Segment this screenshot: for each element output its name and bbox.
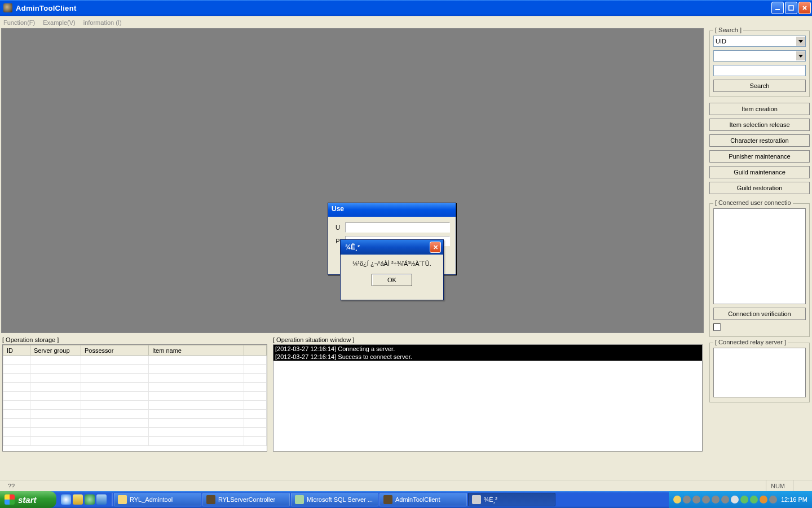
table-row[interactable] [3, 428, 267, 437]
alert-ok-button[interactable]: OK [372, 274, 412, 286]
actions-panel: Item creation Item selection release Cha… [709, 103, 810, 198]
menu-bar: Function(F) Example(V) information (I) [0, 16, 812, 28]
tray-icon[interactable] [731, 496, 739, 503]
alert-title: ¾Ë¸² [345, 243, 430, 251]
table-row[interactable] [3, 392, 267, 401]
relay-server-list[interactable] [713, 348, 806, 397]
taskbar-app-icon [472, 495, 481, 504]
menu-example[interactable]: Example(V) [43, 19, 75, 26]
col-possessor[interactable]: Possessor [81, 345, 149, 356]
quick-launch-icon[interactable] [96, 494, 107, 505]
operation-log[interactable]: [2012-03-27 12:16:14] Connecting a serve… [273, 344, 703, 452]
log-line: [2012-03-27 12:16:14] Connecting a serve… [273, 345, 702, 353]
tray-icon[interactable] [740, 496, 748, 503]
alert-dialog: ¾Ë¸² ✕ ¼­¹ö¿Í ¿¬°áÀÌ ²÷¾îÁ³½À´Ï´Ù. OK [340, 239, 444, 300]
taskbar-button[interactable]: AdminToolClient [379, 493, 467, 506]
title-bar: AdminToolClient [0, 0, 812, 16]
search-sub-select[interactable] [713, 50, 806, 62]
tray-icon[interactable] [760, 496, 767, 503]
guild-maintenance-button[interactable]: Guild maintenance [709, 166, 810, 178]
operation-storage-panel: [ Operation storage ] ID Server group Po… [2, 336, 267, 463]
maximize-button[interactable] [785, 2, 797, 14]
connected-relay-panel: [ Connected relay server ] [709, 343, 810, 402]
alert-close-button[interactable]: ✕ [430, 242, 441, 253]
status-num: NUM [766, 480, 789, 491]
windows-flag-icon [5, 494, 15, 505]
operation-situation-panel: [ Operation situation window ] [2012-03-… [273, 336, 703, 463]
start-button[interactable]: start [0, 491, 56, 508]
log-line: [2012-03-27 12:16:14] Success to connect… [273, 353, 702, 361]
taskbar-button[interactable]: RYLServerController [202, 493, 290, 506]
tray-icon[interactable] [683, 496, 691, 503]
table-row[interactable] [3, 374, 267, 383]
col-item-name[interactable]: Item name [149, 345, 244, 356]
item-creation-button[interactable]: Item creation [709, 103, 810, 115]
col-server-group[interactable]: Server group [30, 345, 81, 356]
app-icon [3, 3, 12, 12]
login-title: Use [328, 203, 456, 217]
taskbar-button[interactable]: ¾Ë¸² [468, 493, 555, 506]
tray-icon[interactable] [673, 496, 681, 503]
tray-icon[interactable] [692, 496, 700, 503]
punisher-maintenance-button[interactable]: Punisher maintenance [709, 150, 810, 163]
quick-launch [56, 491, 111, 508]
system-tray[interactable]: 12:16 PM [669, 491, 812, 508]
quick-launch-icon[interactable] [85, 494, 95, 505]
concerned-user-legend: [ Concerned user connectio [713, 199, 793, 206]
quick-launch-icon[interactable] [61, 494, 71, 505]
status-grip [793, 480, 809, 491]
search-text-input[interactable] [713, 65, 806, 76]
svg-rect-1 [789, 6, 793, 10]
concerned-user-panel: [ Concerned user connectio Connection ve… [709, 203, 810, 337]
tray-icon[interactable] [712, 496, 720, 503]
taskbar-button-label: ¾Ë¸² [484, 496, 497, 503]
operation-storage-table[interactable]: ID Server group Possessor Item name [3, 345, 267, 446]
table-row[interactable] [3, 410, 267, 419]
tray-clock: 12:16 PM [781, 496, 807, 503]
character-restoration-button[interactable]: Character restoration [709, 134, 810, 147]
col-id[interactable]: ID [3, 345, 30, 356]
concerned-user-list[interactable] [713, 208, 806, 304]
taskbar-app-icon [383, 495, 392, 504]
table-row[interactable] [3, 356, 267, 365]
mdi-workspace: Use U P [1, 28, 704, 333]
quick-launch-icon[interactable] [73, 494, 83, 505]
col-extra[interactable] [244, 345, 267, 356]
taskbar-button-label: Microsoft SQL Server ... [307, 496, 373, 503]
taskbar-button-label: AdminToolClient [395, 496, 440, 503]
window-title: AdminToolClient [16, 4, 771, 12]
table-row[interactable] [3, 365, 267, 374]
concerned-checkbox[interactable] [713, 323, 721, 331]
login-user-input[interactable] [345, 222, 450, 233]
search-button[interactable]: Search [713, 80, 806, 92]
search-legend: [ Search ] [713, 27, 743, 33]
tray-icon[interactable] [769, 496, 777, 503]
operation-situation-legend: [ Operation situation window ] [273, 336, 703, 344]
connection-verification-button[interactable]: Connection verification [713, 308, 806, 320]
taskbar-app-icon [295, 495, 304, 504]
close-button[interactable] [798, 2, 811, 14]
tray-icon[interactable] [721, 496, 729, 503]
menu-information[interactable]: information (I) [83, 19, 122, 26]
taskbar-button[interactable]: RYL_Admintool [114, 493, 201, 506]
taskbar-button[interactable]: Microsoft SQL Server ... [291, 493, 378, 506]
table-row[interactable] [3, 419, 267, 428]
table-row[interactable] [3, 383, 267, 392]
menu-function[interactable]: Function(F) [3, 19, 35, 26]
guild-restoration-button[interactable]: Guild restoration [709, 182, 810, 194]
minimize-button[interactable] [771, 2, 784, 14]
connected-relay-legend: [ Connected relay server ] [713, 339, 788, 345]
taskbar-app-icon [118, 495, 127, 504]
table-row[interactable] [3, 401, 267, 410]
taskbar: start RYL_AdmintoolRYLServerControllerMi… [0, 491, 812, 508]
tray-icon[interactable] [750, 496, 758, 503]
close-icon: ✕ [433, 244, 438, 251]
login-user-label: U [334, 224, 342, 231]
tray-icon[interactable] [702, 496, 710, 503]
search-type-select[interactable]: UID [713, 36, 806, 47]
status-bar: ?? NUM [0, 480, 812, 491]
alert-message: ¼­¹ö¿Í ¿¬°áÀÌ ²÷¾îÁ³½À´Ï´Ù. [345, 260, 439, 267]
taskbar-button-label: RYLServerController [218, 496, 275, 503]
table-row[interactable] [3, 437, 267, 446]
item-selection-release-button[interactable]: Item selection release [709, 119, 810, 131]
